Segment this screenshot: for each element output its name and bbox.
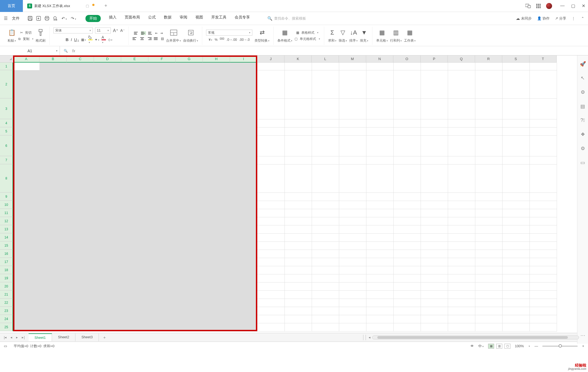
cell[interactable] bbox=[94, 135, 121, 156]
cell[interactable] bbox=[448, 98, 475, 119]
more-side-icon[interactable]: ⋯ bbox=[580, 332, 585, 338]
cell[interactable] bbox=[121, 299, 148, 307]
cell[interactable] bbox=[529, 201, 557, 209]
scrollbar-thumb[interactable] bbox=[377, 336, 568, 339]
cell[interactable] bbox=[176, 193, 203, 201]
cell[interactable] bbox=[421, 193, 448, 201]
cell[interactable] bbox=[121, 233, 148, 241]
cell[interactable] bbox=[13, 323, 39, 331]
column-header[interactable]: G bbox=[176, 55, 203, 63]
cell[interactable] bbox=[312, 258, 339, 266]
cell[interactable] bbox=[448, 250, 475, 258]
cell[interactable] bbox=[121, 127, 148, 135]
cell[interactable] bbox=[502, 127, 529, 135]
cell[interactable] bbox=[448, 225, 475, 233]
cell[interactable] bbox=[148, 250, 176, 258]
align-bottom-icon[interactable] bbox=[148, 31, 153, 35]
sheet-next-icon[interactable]: ▸ bbox=[16, 335, 18, 339]
cell[interactable] bbox=[94, 241, 121, 250]
row-header[interactable]: 15 bbox=[0, 241, 13, 250]
print-preview-icon[interactable] bbox=[53, 16, 58, 21]
cell[interactable] bbox=[230, 282, 257, 290]
cell[interactable] bbox=[203, 135, 230, 156]
cell[interactable] bbox=[67, 299, 94, 307]
cell[interactable] bbox=[203, 164, 230, 193]
cell[interactable] bbox=[39, 290, 67, 299]
cell[interactable] bbox=[475, 225, 502, 233]
cell[interactable] bbox=[312, 323, 339, 331]
cell[interactable] bbox=[475, 290, 502, 299]
cell[interactable] bbox=[176, 209, 203, 217]
zoom-thumb[interactable] bbox=[559, 344, 562, 348]
cell[interactable] bbox=[502, 241, 529, 250]
column-header[interactable]: P bbox=[421, 55, 448, 63]
cell[interactable] bbox=[529, 315, 557, 323]
cell[interactable] bbox=[421, 164, 448, 193]
rocket-icon[interactable]: 🚀 bbox=[580, 61, 586, 67]
cell[interactable] bbox=[393, 323, 421, 331]
cell[interactable] bbox=[529, 209, 557, 217]
worksheet-label[interactable]: 工作表▾ bbox=[404, 38, 416, 43]
cell[interactable] bbox=[148, 233, 176, 241]
cell[interactable] bbox=[121, 241, 148, 250]
cell[interactable] bbox=[529, 135, 557, 156]
cell[interactable] bbox=[393, 233, 421, 241]
paste-label[interactable]: 粘贴▾ bbox=[8, 38, 16, 43]
minimize-button[interactable]: — bbox=[560, 3, 565, 8]
worksheet-icon[interactable]: ▦ bbox=[406, 29, 414, 37]
cell[interactable] bbox=[502, 250, 529, 258]
cell[interactable] bbox=[257, 156, 284, 164]
cell[interactable] bbox=[176, 299, 203, 307]
cell[interactable] bbox=[366, 241, 393, 250]
sheet-tab[interactable]: Sheet1 bbox=[29, 333, 52, 341]
cell[interactable] bbox=[203, 233, 230, 241]
column-header[interactable]: J bbox=[257, 55, 284, 63]
underline-button[interactable]: U▾ bbox=[74, 37, 79, 42]
cell[interactable] bbox=[475, 323, 502, 331]
cell[interactable] bbox=[284, 217, 312, 225]
tab-formula[interactable]: 公式 bbox=[148, 15, 156, 22]
cell[interactable] bbox=[312, 274, 339, 282]
increase-decimal-icon[interactable]: .0→.00 bbox=[226, 38, 237, 42]
cell[interactable] bbox=[13, 70, 39, 98]
cell[interactable] bbox=[529, 193, 557, 201]
cell[interactable] bbox=[148, 156, 176, 164]
book-icon[interactable]: ▭ bbox=[580, 160, 585, 166]
cell[interactable] bbox=[475, 119, 502, 127]
align-left-icon[interactable] bbox=[133, 37, 137, 41]
row-header[interactable]: 11 bbox=[0, 209, 13, 217]
cell[interactable] bbox=[148, 307, 176, 315]
row-header[interactable]: 22 bbox=[0, 299, 13, 307]
cell[interactable] bbox=[475, 307, 502, 315]
column-header[interactable]: T bbox=[529, 55, 557, 63]
cell[interactable] bbox=[284, 290, 312, 299]
cell[interactable] bbox=[203, 70, 230, 98]
cell[interactable] bbox=[203, 290, 230, 299]
cell[interactable] bbox=[393, 209, 421, 217]
lang-icon[interactable]: 中▾ bbox=[478, 344, 484, 349]
cell[interactable] bbox=[366, 315, 393, 323]
cell[interactable] bbox=[312, 233, 339, 241]
cell[interactable] bbox=[67, 266, 94, 274]
cell[interactable] bbox=[421, 315, 448, 323]
fx-label[interactable]: fx bbox=[72, 49, 75, 53]
cell[interactable] bbox=[312, 164, 339, 193]
cell[interactable] bbox=[230, 119, 257, 127]
cell[interactable] bbox=[230, 274, 257, 282]
cell[interactable] bbox=[39, 156, 67, 164]
cell[interactable] bbox=[339, 201, 366, 209]
cell[interactable] bbox=[366, 127, 393, 135]
cell[interactable] bbox=[312, 266, 339, 274]
cell[interactable] bbox=[421, 250, 448, 258]
currency-icon[interactable]: ¥▾ bbox=[209, 38, 213, 42]
cell[interactable] bbox=[13, 98, 39, 119]
format-painter-icon[interactable] bbox=[36, 29, 45, 37]
row-header[interactable]: 13 bbox=[0, 225, 13, 233]
cell[interactable] bbox=[257, 282, 284, 290]
cell[interactable] bbox=[39, 164, 67, 193]
cell[interactable] bbox=[230, 299, 257, 307]
border-button[interactable]: ▦▾ bbox=[81, 38, 86, 42]
cell[interactable] bbox=[421, 225, 448, 233]
cell[interactable] bbox=[529, 127, 557, 135]
cell[interactable] bbox=[203, 217, 230, 225]
